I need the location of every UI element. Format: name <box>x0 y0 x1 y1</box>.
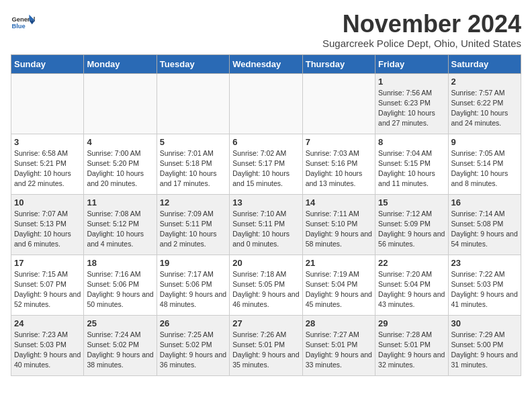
day-number: 12 <box>160 197 226 208</box>
logo-icon: General Blue <box>11 11 35 35</box>
weekday-header: Sunday <box>11 54 84 73</box>
calendar-cell: 14Sunrise: 7:11 AMSunset: 5:10 PMDayligh… <box>302 194 375 255</box>
logo: General Blue <box>11 11 35 35</box>
calendar-cell <box>230 73 302 134</box>
day-info: Sunrise: 7:26 AMSunset: 5:01 PMDaylight:… <box>232 330 299 371</box>
day-info: Sunrise: 6:58 AMSunset: 5:21 PMDaylight:… <box>14 148 81 189</box>
calendar-cell: 18Sunrise: 7:16 AMSunset: 5:06 PMDayligh… <box>84 255 157 315</box>
calendar-cell <box>302 73 375 134</box>
day-info: Sunrise: 7:22 AMSunset: 5:03 PMDaylight:… <box>451 269 518 310</box>
header: General Blue November 2024 Sugarcreek Po… <box>11 11 521 49</box>
calendar-week-row: 10Sunrise: 7:07 AMSunset: 5:13 PMDayligh… <box>11 194 521 255</box>
day-info: Sunrise: 7:25 AMSunset: 5:02 PMDaylight:… <box>160 330 226 371</box>
day-info: Sunrise: 7:02 AMSunset: 5:17 PMDaylight:… <box>232 148 299 189</box>
weekday-header-row: SundayMondayTuesdayWednesdayThursdayFrid… <box>11 54 521 73</box>
calendar-cell: 20Sunrise: 7:18 AMSunset: 5:05 PMDayligh… <box>230 255 302 315</box>
day-number: 5 <box>160 137 226 147</box>
day-info: Sunrise: 7:28 AMSunset: 5:01 PMDaylight:… <box>378 330 445 371</box>
calendar-cell <box>157 73 229 134</box>
day-info: Sunrise: 7:07 AMSunset: 5:13 PMDaylight:… <box>14 209 81 250</box>
day-number: 13 <box>232 197 299 208</box>
calendar-cell: 2Sunrise: 7:57 AMSunset: 6:22 PMDaylight… <box>448 73 521 134</box>
calendar-cell: 15Sunrise: 7:12 AMSunset: 5:09 PMDayligh… <box>375 194 448 255</box>
day-number: 7 <box>306 137 372 147</box>
day-info: Sunrise: 7:03 AMSunset: 5:16 PMDaylight:… <box>306 148 372 189</box>
calendar-cell: 30Sunrise: 7:29 AMSunset: 5:00 PMDayligh… <box>448 315 521 375</box>
day-info: Sunrise: 7:05 AMSunset: 5:14 PMDaylight:… <box>451 148 518 189</box>
day-number: 30 <box>451 318 518 328</box>
calendar-cell: 23Sunrise: 7:22 AMSunset: 5:03 PMDayligh… <box>448 255 521 315</box>
day-number: 28 <box>306 318 372 328</box>
day-info: Sunrise: 7:17 AMSunset: 5:06 PMDaylight:… <box>160 269 226 310</box>
day-info: Sunrise: 7:16 AMSunset: 5:06 PMDaylight:… <box>87 269 153 310</box>
day-info: Sunrise: 7:00 AMSunset: 5:20 PMDaylight:… <box>87 148 153 189</box>
calendar-cell: 10Sunrise: 7:07 AMSunset: 5:13 PMDayligh… <box>11 194 84 255</box>
day-number: 18 <box>87 258 153 268</box>
day-info: Sunrise: 7:56 AMSunset: 6:23 PMDaylight:… <box>378 88 445 129</box>
calendar-cell: 21Sunrise: 7:19 AMSunset: 5:04 PMDayligh… <box>302 255 375 315</box>
day-number: 2 <box>451 77 518 87</box>
day-info: Sunrise: 7:04 AMSunset: 5:15 PMDaylight:… <box>378 148 445 189</box>
calendar-cell: 17Sunrise: 7:15 AMSunset: 5:07 PMDayligh… <box>11 255 84 315</box>
day-number: 19 <box>160 258 226 268</box>
day-number: 17 <box>14 258 81 268</box>
weekday-header: Monday <box>84 54 157 73</box>
calendar-cell <box>84 73 157 134</box>
calendar-cell: 27Sunrise: 7:26 AMSunset: 5:01 PMDayligh… <box>230 315 302 375</box>
calendar-cell: 29Sunrise: 7:28 AMSunset: 5:01 PMDayligh… <box>375 315 448 375</box>
day-number: 26 <box>160 318 226 328</box>
day-info: Sunrise: 7:15 AMSunset: 5:07 PMDaylight:… <box>14 269 81 310</box>
day-number: 6 <box>232 137 299 147</box>
calendar-cell: 24Sunrise: 7:23 AMSunset: 5:03 PMDayligh… <box>11 315 84 375</box>
calendar-cell: 12Sunrise: 7:09 AMSunset: 5:11 PMDayligh… <box>157 194 229 255</box>
month-title: November 2024 <box>322 11 521 38</box>
calendar-cell: 5Sunrise: 7:01 AMSunset: 5:18 PMDaylight… <box>157 134 229 194</box>
day-info: Sunrise: 7:09 AMSunset: 5:11 PMDaylight:… <box>160 209 226 250</box>
day-number: 10 <box>14 197 81 208</box>
day-number: 21 <box>306 258 372 268</box>
day-info: Sunrise: 7:14 AMSunset: 5:08 PMDaylight:… <box>451 209 518 250</box>
day-info: Sunrise: 7:20 AMSunset: 5:04 PMDaylight:… <box>378 269 445 310</box>
day-number: 4 <box>87 137 153 147</box>
svg-text:Blue: Blue <box>11 23 25 30</box>
day-number: 25 <box>87 318 153 328</box>
day-info: Sunrise: 7:57 AMSunset: 6:22 PMDaylight:… <box>451 88 518 129</box>
title-area: November 2024 Sugarcreek Police Dept, Oh… <box>322 11 521 49</box>
calendar-cell: 11Sunrise: 7:08 AMSunset: 5:12 PMDayligh… <box>84 194 157 255</box>
calendar-cell: 16Sunrise: 7:14 AMSunset: 5:08 PMDayligh… <box>448 194 521 255</box>
calendar-cell: 4Sunrise: 7:00 AMSunset: 5:20 PMDaylight… <box>84 134 157 194</box>
weekday-header: Wednesday <box>230 54 302 73</box>
day-number: 14 <box>306 197 372 208</box>
day-number: 29 <box>378 318 445 328</box>
day-info: Sunrise: 7:24 AMSunset: 5:02 PMDaylight:… <box>87 330 153 371</box>
calendar-cell: 25Sunrise: 7:24 AMSunset: 5:02 PMDayligh… <box>84 315 157 375</box>
calendar-cell <box>11 73 84 134</box>
day-number: 3 <box>14 137 81 147</box>
calendar-cell: 13Sunrise: 7:10 AMSunset: 5:11 PMDayligh… <box>230 194 302 255</box>
calendar: SundayMondayTuesdayWednesdayThursdayFrid… <box>11 54 521 376</box>
day-number: 16 <box>451 197 518 208</box>
calendar-cell: 1Sunrise: 7:56 AMSunset: 6:23 PMDaylight… <box>375 73 448 134</box>
day-number: 8 <box>378 137 445 147</box>
day-number: 15 <box>378 197 445 208</box>
calendar-cell: 8Sunrise: 7:04 AMSunset: 5:15 PMDaylight… <box>375 134 448 194</box>
day-info: Sunrise: 7:29 AMSunset: 5:00 PMDaylight:… <box>451 330 518 371</box>
calendar-week-row: 3Sunrise: 6:58 AMSunset: 5:21 PMDaylight… <box>11 134 521 194</box>
calendar-cell: 22Sunrise: 7:20 AMSunset: 5:04 PMDayligh… <box>375 255 448 315</box>
calendar-cell: 7Sunrise: 7:03 AMSunset: 5:16 PMDaylight… <box>302 134 375 194</box>
calendar-week-row: 1Sunrise: 7:56 AMSunset: 6:23 PMDaylight… <box>11 73 521 134</box>
day-number: 11 <box>87 197 153 208</box>
calendar-cell: 26Sunrise: 7:25 AMSunset: 5:02 PMDayligh… <box>157 315 229 375</box>
day-info: Sunrise: 7:10 AMSunset: 5:11 PMDaylight:… <box>232 209 299 250</box>
day-number: 9 <box>451 137 518 147</box>
calendar-cell: 9Sunrise: 7:05 AMSunset: 5:14 PMDaylight… <box>448 134 521 194</box>
calendar-week-row: 17Sunrise: 7:15 AMSunset: 5:07 PMDayligh… <box>11 255 521 315</box>
weekday-header: Tuesday <box>157 54 229 73</box>
day-info: Sunrise: 7:11 AMSunset: 5:10 PMDaylight:… <box>306 209 372 250</box>
day-number: 23 <box>451 258 518 268</box>
day-number: 20 <box>232 258 299 268</box>
day-number: 27 <box>232 318 299 328</box>
subtitle: Sugarcreek Police Dept, Ohio, United Sta… <box>322 38 521 49</box>
day-number: 24 <box>14 318 81 328</box>
calendar-cell: 28Sunrise: 7:27 AMSunset: 5:01 PMDayligh… <box>302 315 375 375</box>
